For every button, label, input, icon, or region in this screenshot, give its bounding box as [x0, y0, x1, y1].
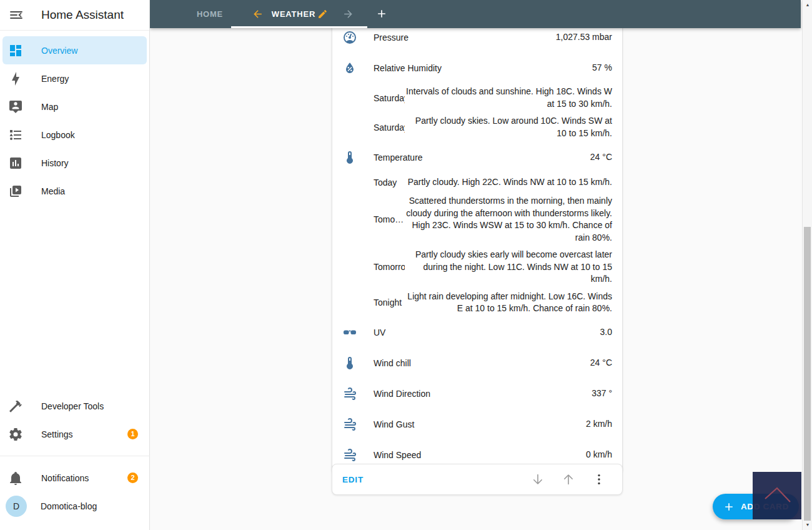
- attribute-name: UV: [374, 328, 600, 338]
- view-dashboard-icon: [8, 43, 23, 58]
- attribute-value: 24 °C: [590, 151, 612, 164]
- sidebar-item-developer-tools[interactable]: Developer Tools: [2, 392, 147, 420]
- sidebar-footer-menu: Developer ToolsSettings1: [0, 392, 149, 448]
- attribute-name: Wind Speed: [374, 450, 586, 460]
- profile-name: Domotica-blog: [41, 501, 97, 511]
- tab-home[interactable]: HOME: [187, 0, 232, 28]
- app-title: Home Assistant: [41, 8, 124, 22]
- tab-weather[interactable]: WEATHER: [269, 0, 319, 28]
- arrow-right-icon[interactable]: [342, 8, 354, 20]
- attribute-row-today: TodayPartly cloudy. High 22C. Winds NW a…: [342, 172, 612, 192]
- attribute-value: 3.0: [600, 326, 612, 339]
- attribute-row-wind-gust: Wind Gust2 km/h: [342, 409, 612, 440]
- play-box-icon: [8, 184, 23, 199]
- edit-button[interactable]: EDIT: [342, 475, 364, 484]
- sidebar-item-history[interactable]: History: [2, 149, 147, 177]
- scrollbar-thumb[interactable]: [804, 227, 811, 521]
- icon-spacer: [342, 295, 361, 310]
- top-bar: HOME WEATHER: [150, 0, 801, 28]
- attribute-name: Saturday night: [374, 122, 405, 132]
- tooltip-account-icon: [8, 99, 23, 114]
- sidebar-header: Home Assistant: [0, 0, 149, 31]
- arrow-left-icon[interactable]: [252, 8, 264, 20]
- scrollbar: ▲ ▼: [802, 0, 812, 530]
- notification-badge: 2: [127, 472, 138, 483]
- attribute-value: 337 °: [592, 388, 612, 400]
- add-tab-icon[interactable]: [375, 8, 388, 20]
- attribute-value: 24 °C: [590, 357, 612, 369]
- sunglasses-icon: [342, 325, 361, 340]
- sidebar-item-label: Overview: [41, 46, 77, 56]
- card-action-bar: EDIT: [332, 464, 623, 495]
- attribute-name: Tomo…: [374, 214, 405, 224]
- sidebar-item-label: Logbook: [41, 130, 75, 140]
- notification-badge: 1: [127, 429, 138, 439]
- attribute-row-temperature: Temperature24 °C: [342, 142, 612, 172]
- sidebar-item-label: Map: [41, 102, 58, 112]
- weather-windy-icon: [342, 417, 361, 432]
- attribute-value: 57 %: [592, 62, 612, 74]
- attribute-value: Scattered thunderstorms in the morning, …: [405, 195, 612, 244]
- cog-icon: [8, 427, 23, 442]
- sidebar-toggle-icon[interactable]: [9, 8, 24, 22]
- sidebar-item-energy[interactable]: Energy: [2, 64, 147, 92]
- attribute-name: Wind chill: [374, 358, 590, 368]
- move-down-icon[interactable]: [530, 472, 545, 487]
- attribute-value: 1,027.53 mbar: [556, 31, 612, 44]
- attribute-row-wind-chill: Wind chill24 °C: [342, 348, 612, 379]
- attribute-value: Intervals of clouds and sunshine. High 1…: [405, 86, 612, 110]
- attribute-name: Wind Gust: [374, 419, 586, 429]
- attribute-name: Saturday: [374, 93, 405, 103]
- icon-spacer: [342, 91, 361, 106]
- attribute-value: Light rain developing after midnight. Lo…: [405, 291, 612, 315]
- sidebar-item-profile[interactable]: D Domotica-blog: [2, 492, 147, 520]
- scrollbar-down-arrow[interactable]: ▼: [803, 522, 812, 528]
- attribute-name: Tomorro…: [374, 262, 405, 272]
- sidebar-item-media[interactable]: Media: [2, 177, 147, 205]
- attribute-value: 0 km/h: [586, 449, 612, 461]
- attribute-row-wind-direction: Wind Direction337 °: [342, 379, 612, 409]
- attribute-row-uv: UV3.0: [342, 318, 612, 348]
- sidebar-item-logbook[interactable]: Logbook: [2, 121, 147, 149]
- sidebar-item-label: History: [41, 158, 69, 168]
- hammer-icon: [8, 399, 23, 414]
- attribute-row-saturday-night: Saturday nightPartly cloudy skies. Low a…: [342, 112, 612, 142]
- lightning-bolt-icon: [8, 71, 23, 86]
- icon-spacer: [342, 175, 361, 190]
- scrollbar-up-arrow[interactable]: ▲: [803, 2, 812, 8]
- attribute-row-saturday: SaturdayIntervals of clouds and sunshine…: [342, 83, 612, 112]
- sidebar-profile: D Domotica-blog: [0, 492, 149, 520]
- attribute-name: Relative Humidity: [374, 63, 592, 73]
- attribute-row-tomo: Tomo…Scattered thunderstorms in the morn…: [342, 192, 612, 246]
- sidebar-item-label: Notifications: [41, 473, 89, 483]
- icon-spacer: [342, 120, 361, 135]
- sidebar-item-notifications[interactable]: Notifications2: [2, 464, 147, 492]
- icon-spacer: [342, 259, 361, 274]
- move-up-icon[interactable]: [561, 472, 576, 487]
- bell-icon: [8, 471, 23, 486]
- attribute-name: Pressure: [374, 32, 556, 42]
- sidebar-divider: [0, 456, 150, 456]
- plus-icon: [723, 501, 735, 513]
- sidebar: Home Assistant OverviewEnergyMapLogbookH…: [0, 0, 150, 530]
- thermometer-icon: [342, 150, 361, 165]
- card-action-icons: [530, 472, 607, 487]
- active-tab-indicator: [231, 26, 367, 28]
- sidebar-item-label: Energy: [41, 74, 69, 84]
- sidebar-item-label: Media: [41, 186, 65, 196]
- sidebar-item-overview[interactable]: Overview: [2, 36, 147, 64]
- attribute-name: Wind Direction: [374, 389, 592, 399]
- attribute-row-tomorro: Tomorro…Partly cloudy skies early will b…: [342, 246, 612, 288]
- attribute-row-tonight: TonightLight rain developing after midni…: [342, 288, 612, 318]
- sidebar-item-map[interactable]: Map: [2, 92, 147, 121]
- edit-pencil-icon[interactable]: [317, 9, 328, 19]
- weather-attributes-card: Pressure1,027.53 mbarRelative Humidity57…: [332, 22, 623, 474]
- list-bulleted-icon: [8, 128, 23, 142]
- sidebar-menu: OverviewEnergyMapLogbookHistoryMedia: [0, 31, 149, 205]
- sidebar-item-settings[interactable]: Settings1: [2, 420, 147, 448]
- attribute-name: Temperature: [374, 152, 590, 162]
- gauge-icon: [342, 30, 361, 45]
- more-options-icon[interactable]: [592, 472, 607, 487]
- chart-box-icon: [8, 156, 23, 171]
- thermometer-icon: [342, 356, 361, 371]
